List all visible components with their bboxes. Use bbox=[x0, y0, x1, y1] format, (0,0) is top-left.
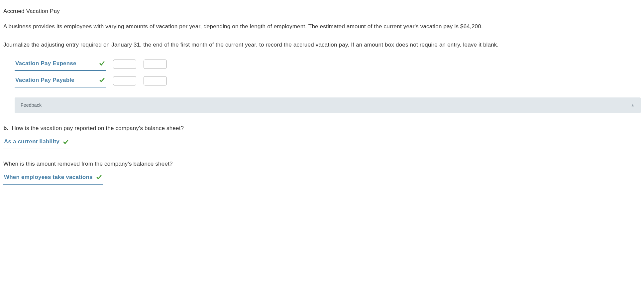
account-dropdown[interactable]: Vacation Pay Expense bbox=[15, 58, 106, 71]
feedback-label: Feedback bbox=[21, 101, 42, 110]
account-dropdown[interactable]: Vacation Pay Payable bbox=[15, 74, 106, 87]
problem-title: Accrued Vacation Pay bbox=[3, 6, 641, 17]
part-label: b. bbox=[3, 125, 9, 131]
question-text: How is the vacation pay reported on the … bbox=[12, 125, 184, 131]
answer-value: When employees take vacations bbox=[4, 172, 93, 183]
answer-dropdown[interactable]: When employees take vacations bbox=[3, 171, 103, 185]
answer-dropdown[interactable]: As a current liability bbox=[3, 136, 69, 149]
credit-input[interactable] bbox=[144, 60, 167, 69]
credit-input[interactable] bbox=[144, 76, 167, 85]
question-b1: b. How is the vacation pay reported on t… bbox=[3, 123, 641, 134]
account-value: Vacation Pay Expense bbox=[15, 58, 76, 69]
answer-value: As a current liability bbox=[4, 136, 59, 147]
journal-entry-area: Vacation Pay Expense Vacation Pay Payabl… bbox=[3, 58, 641, 88]
checkmark-icon bbox=[99, 77, 105, 83]
collapse-icon: ▲ bbox=[631, 101, 635, 109]
feedback-toggle[interactable]: Feedback ▲ bbox=[15, 97, 641, 113]
checkmark-icon bbox=[99, 61, 105, 67]
journal-row: Vacation Pay Expense bbox=[15, 58, 641, 71]
part-b-section: b. How is the vacation pay reported on t… bbox=[3, 123, 641, 185]
question-b2: When is this amount removed from the com… bbox=[3, 159, 641, 169]
journal-row: Vacation Pay Payable bbox=[15, 74, 641, 87]
account-value: Vacation Pay Payable bbox=[15, 75, 74, 85]
debit-input[interactable] bbox=[113, 60, 136, 69]
problem-description-1: A business provides its employees with v… bbox=[3, 21, 641, 32]
checkmark-icon bbox=[96, 174, 102, 180]
checkmark-icon bbox=[63, 139, 69, 145]
problem-instructions: Journalize the adjusting entry required … bbox=[3, 40, 641, 50]
debit-input[interactable] bbox=[113, 76, 136, 85]
